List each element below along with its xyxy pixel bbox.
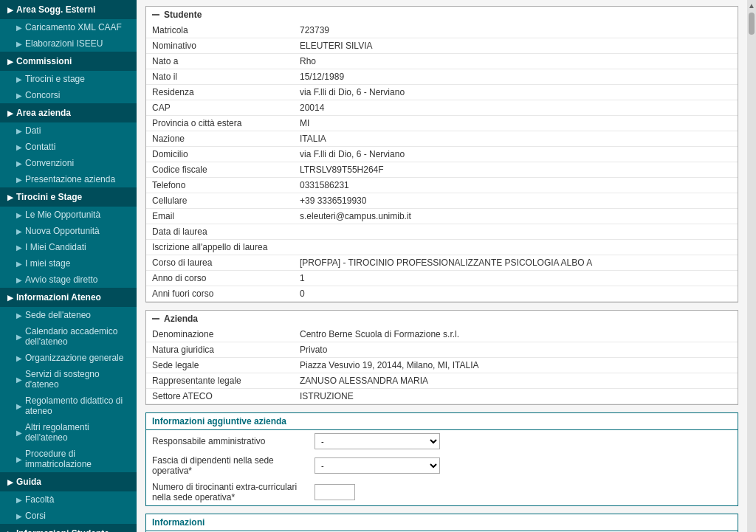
- scrollbar[interactable]: ▲: [747, 0, 756, 532]
- sidebar-item-4-0[interactable]: ▶Sede dell'ateneo: [0, 307, 137, 323]
- table-row: Residenzavia F.lli di Dio, 6 - Nerviano: [146, 85, 738, 100]
- bullet-icon: ▶: [16, 260, 22, 268]
- bullet-icon: ▶: [16, 243, 22, 252]
- table-row: Nato il15/12/1989: [146, 69, 738, 85]
- sidebar-item-4-2[interactable]: ▶Organizzazione generale: [0, 350, 137, 366]
- student-section: Studente Matricola723739NominativoELEUTE…: [145, 6, 738, 303]
- arrow-icon: ▶: [7, 294, 13, 302]
- sidebar-item-1-0[interactable]: ▶Tirocini e stage: [0, 71, 137, 87]
- scroll-thumb[interactable]: [749, 13, 755, 35]
- arrow-icon: ▶: [7, 478, 13, 486]
- sidebar-group-1[interactable]: ▶Commissioni: [0, 52, 137, 71]
- arrow-icon: ▶: [7, 109, 13, 117]
- sidebar-item-4-4[interactable]: ▶Regolamento didattico di ateneo: [0, 393, 137, 419]
- azienda-info-table: DenominazioneCentro Berne Scuola di Form…: [146, 327, 738, 404]
- bullet-icon: ▶: [16, 354, 22, 362]
- bullet-icon: ▶: [16, 91, 22, 100]
- table-row: NazioneITALIA: [146, 131, 738, 147]
- sidebar-item-5-0[interactable]: ▶Facoltà: [0, 491, 137, 508]
- table-row: Provincia o città esteraMI: [146, 116, 738, 131]
- sidebar-group-6[interactable]: ▶Informazioni Studente: [0, 524, 137, 532]
- bullet-icon: ▶: [16, 40, 22, 48]
- table-row: Settore ATECOISTRUZIONE: [146, 389, 738, 404]
- select-1[interactable]: -: [315, 457, 440, 474]
- bullet-icon: ▶: [16, 75, 22, 83]
- sidebar-item-2-0[interactable]: ▶Dati: [0, 122, 137, 139]
- table-row: Data di laurea: [146, 224, 738, 240]
- sidebar-item-3-0[interactable]: ▶Le Mie Opportunità: [0, 207, 137, 223]
- sidebar-item-0-1[interactable]: ▶Elaborazioni ISEEU: [0, 35, 137, 52]
- bullet-icon: ▶: [16, 429, 22, 437]
- table-row: Iscrizione all'appello di laurea: [146, 240, 738, 255]
- azienda-section-title: Azienda: [146, 311, 738, 327]
- sidebar-item-4-3[interactable]: ▶Servizi di sostegno d'ateneo: [0, 366, 137, 393]
- main-content: Studente Matricola723739NominativoELEUTE…: [137, 0, 747, 532]
- sidebar-item-4-6[interactable]: ▶Procedure di immatricolazione: [0, 446, 137, 472]
- table-row: CAP20014: [146, 100, 738, 116]
- bullet-icon: ▶: [16, 24, 22, 32]
- informazioni-section: Informazioni Convenzione quadroNaturaSed…: [145, 514, 738, 532]
- table-row: Numero di tirocinanti extra-curriculari …: [146, 479, 738, 505]
- bullet-icon: ▶: [16, 455, 22, 463]
- table-row: Anni fuori corso0: [146, 286, 738, 302]
- bullet-icon: ▶: [16, 333, 22, 341]
- table-row: Cellulare+39 3336519930: [146, 193, 738, 209]
- sidebar-group-4[interactable]: ▶Informazioni Ateneo: [0, 288, 137, 307]
- select-0[interactable]: -: [315, 433, 440, 449]
- bullet-icon: ▶: [16, 512, 22, 520]
- bullet-icon: ▶: [16, 311, 22, 319]
- sidebar-item-3-4[interactable]: ▶Avvio stage diretto: [0, 272, 137, 288]
- info-aggiuntive-section: Informazioni aggiuntive azienda Responsa…: [145, 412, 738, 506]
- sidebar-item-3-1[interactable]: ▶Nuova Opportunità: [0, 223, 137, 239]
- table-row: Domiciliovia F.lli di Dio, 6 - Nerviano: [146, 147, 738, 162]
- table-row: Fascia di dipendenti nella sede operativ…: [146, 452, 738, 479]
- sidebar-item-3-3[interactable]: ▶I miei stage: [0, 255, 137, 272]
- sidebar-group-0[interactable]: ▶Area Sogg. Esterni: [0, 0, 137, 19]
- bullet-icon: ▶: [16, 376, 22, 384]
- table-row: Sede legalePiazza Vesuvio 19, 20144, Mil…: [146, 358, 738, 373]
- sidebar-item-5-1[interactable]: ▶Corsi: [0, 508, 137, 524]
- bullet-icon: ▶: [16, 496, 22, 504]
- arrow-icon: ▶: [7, 58, 13, 66]
- scroll-up-arrow[interactable]: ▲: [748, 1, 755, 10]
- table-row: Matricola723739: [146, 23, 738, 38]
- bullet-icon: ▶: [16, 211, 22, 219]
- table-row: Codice fiscaleLTRSLV89T55H264F: [146, 162, 738, 178]
- table-row: Nato aRho: [146, 54, 738, 69]
- sidebar-item-4-5[interactable]: ▶Altri regolamenti dell'ateneo: [0, 419, 137, 446]
- sidebar-group-2[interactable]: ▶Area azienda: [0, 103, 137, 122]
- bullet-icon: ▶: [16, 276, 22, 284]
- bullet-icon: ▶: [16, 159, 22, 167]
- table-row: Telefono0331586231: [146, 178, 738, 193]
- sidebar-item-2-3[interactable]: ▶Presentazione azienda: [0, 171, 137, 187]
- table-row: Natura giuridicaPrivato: [146, 342, 738, 358]
- student-section-title: Studente: [146, 7, 738, 23]
- sidebar-item-0-0[interactable]: ▶Caricamento XML CAAF: [0, 19, 137, 35]
- bullet-icon: ▶: [16, 176, 22, 184]
- bullet-icon: ▶: [16, 227, 22, 235]
- sidebar: ▶Area Sogg. Esterni▶Caricamento XML CAAF…: [0, 0, 137, 532]
- bullet-icon: ▶: [16, 402, 22, 410]
- sidebar-item-4-1[interactable]: ▶Calendario accademico dell'ateneo: [0, 323, 137, 350]
- bullet-icon: ▶: [16, 127, 22, 135]
- arrow-icon: ▶: [7, 193, 13, 201]
- table-row: Emails.eleuteri@campus.unimib.it: [146, 209, 738, 224]
- table-row: DenominazioneCentro Berne Scuola di Form…: [146, 327, 738, 342]
- sidebar-group-3[interactable]: ▶Tirocini e Stage: [0, 187, 137, 207]
- arrow-icon: ▶: [7, 6, 13, 14]
- table-row: NominativoELEUTERI SILVIA: [146, 38, 738, 54]
- azienda-section: Azienda DenominazioneCentro Berne Scuola…: [145, 310, 738, 405]
- sidebar-item-1-1[interactable]: ▶Concorsi: [0, 87, 137, 103]
- table-row: Responsabile amministrativo-: [146, 430, 738, 452]
- sidebar-item-2-1[interactable]: ▶Contatti: [0, 139, 137, 155]
- table-row: Rappresentante legaleZANUSO ALESSANDRA M…: [146, 373, 738, 389]
- table-row: Corso di laurea[PROFPA] - TIROCINIO PROF…: [146, 255, 738, 271]
- informazioni-title: Informazioni: [146, 514, 738, 531]
- bullet-icon: ▶: [16, 143, 22, 151]
- input-small-2[interactable]: [315, 484, 355, 500]
- sidebar-item-3-2[interactable]: ▶I Miei Candidati: [0, 239, 137, 255]
- student-info-table: Matricola723739NominativoELEUTERI SILVIA…: [146, 23, 738, 302]
- sidebar-item-2-2[interactable]: ▶Convenzioni: [0, 155, 137, 171]
- sidebar-group-5[interactable]: ▶Guida: [0, 472, 137, 491]
- info-aggiuntive-table: Responsabile amministrativo-Fascia di di…: [146, 430, 738, 505]
